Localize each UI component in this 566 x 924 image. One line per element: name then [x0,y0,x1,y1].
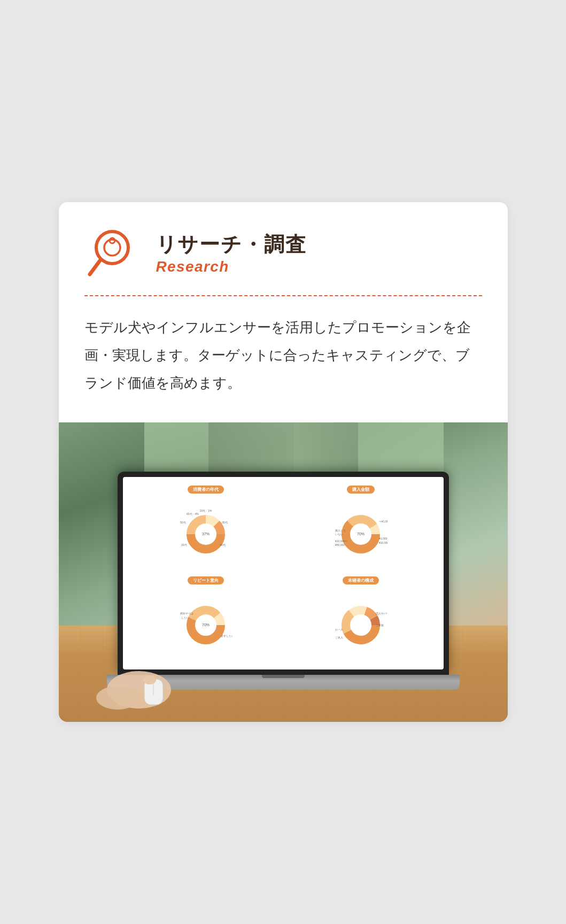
svg-text:70%: 70% [201,623,209,627]
svg-point-3 [110,238,115,243]
svg-point-51 [143,676,156,684]
svg-text:30代: 30代 [222,521,228,524]
svg-text:37%: 37% [201,532,209,536]
chart-purchase: 購入金額 70% 〜¥1,000 ¥1,000〜 [286,486,435,570]
svg-text:必ずしたい: 必ずしたい [221,634,232,638]
svg-text:¥10,000: ¥10,000 [379,541,387,544]
svg-text:ご友人: ご友人 [335,636,343,639]
magnifier-icon [84,224,143,282]
svg-text:したい: したい [181,616,189,619]
svg-text:¥1,000〜: ¥1,000〜 [379,537,387,540]
svg-point-42 [351,615,370,635]
donut-age: 10代：1% 30代 40代 20代 50代 60代：4% 37% [179,507,232,556]
header-section: リサーチ・調査 Research [84,224,482,282]
chart-composition: 未確者の構成 恋人やパートナー ご家族 [286,576,435,661]
svg-text:70%: 70% [356,532,364,536]
svg-line-2 [90,260,100,274]
svg-text:10代：1%: 10代：1% [199,509,212,512]
chart-purchase-label: 購入金額 [347,486,375,494]
svg-text:¥10,000〜: ¥10,000〜 [335,540,347,543]
chart-composition-label: 未確者の構成 [343,576,379,584]
svg-text:20代: 20代 [181,543,187,546]
svg-point-1 [104,240,120,256]
svg-text:¥50,000: ¥50,000 [335,543,345,546]
laptop-screen-inner: 消費者の年代 10代：1% [123,477,444,669]
svg-text:いない: いない [335,533,343,536]
header-text: リサーチ・調査 Research [156,231,307,275]
section-divider [84,295,482,296]
hand-area [75,647,182,711]
chart-repeat-label: リピート意向 [188,576,224,584]
title-japanese: リサーチ・調査 [156,231,307,258]
hand-icon [75,647,182,711]
laptop-hinge [262,675,305,678]
screen-content: 消費者の年代 10代：1% [131,486,435,661]
donut-composition: 恋人やパートナー ご家族 ご友人 お一人 [334,598,387,646]
body-text: モデル犬やインフルエンサーを活用したプロモーションを企画・実現します。ターゲット… [84,313,482,397]
laptop-image-section: 消費者の年代 10代：1% [59,422,508,722]
svg-text:恋人やパートナー: 恋人やパートナー [375,612,387,615]
chart-age-label: 消費者の年代 [188,486,224,494]
svg-text:購入して: 購入して [335,529,346,532]
svg-text:50代: 50代 [180,521,186,524]
card-top-section: リサーチ・調査 Research モデル犬やインフルエンサーを活用したプロモーシ… [59,202,508,397]
svg-point-48 [96,686,139,710]
svg-text:40代: 40代 [220,543,226,546]
laptop-scene: 消費者の年代 10代：1% [59,422,508,722]
main-card: リサーチ・調査 Research モデル犬やインフルエンサーを活用したプロモーシ… [59,202,508,722]
svg-text:絶対やりは: 絶対やりは [180,612,193,615]
svg-text:お一人: お一人 [335,628,343,631]
svg-text:〜¥1,000: 〜¥1,000 [379,520,387,523]
donut-purchase: 70% 〜¥1,000 ¥1,000〜 ¥10,000 購入して いない ¥10… [334,507,387,556]
svg-text:ご家族: ご家族 [376,623,384,627]
laptop-screen-outer: 消費者の年代 10代：1% [118,472,449,675]
donut-repeat: 70% 絶対やりは したい 必ずしたい [179,598,232,646]
title-english: Research [156,258,307,275]
svg-text:60代：4%: 60代：4% [187,512,199,515]
chart-age: 消費者の年代 10代：1% [131,486,280,570]
